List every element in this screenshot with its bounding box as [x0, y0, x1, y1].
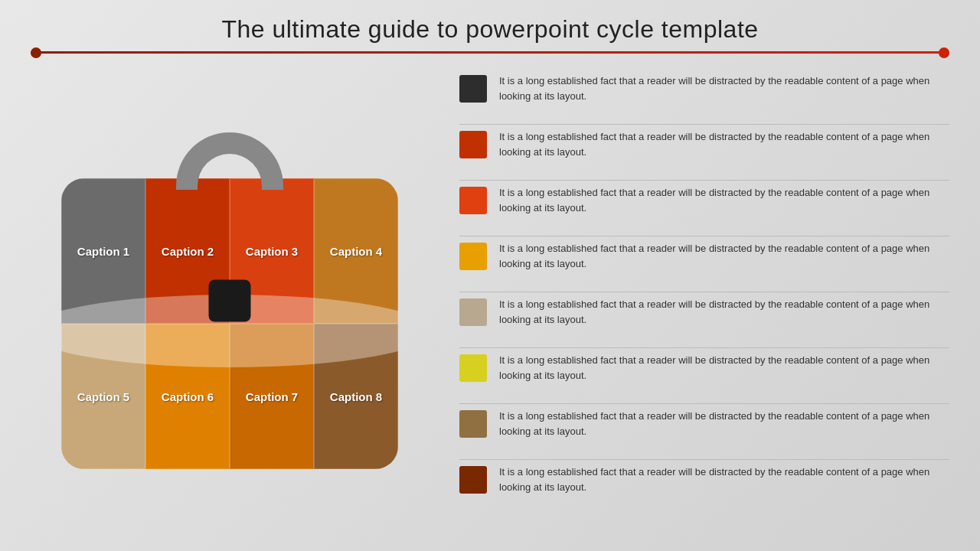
legend-section: It is a long established fact that a rea… — [459, 66, 949, 510]
content-area: Caption 1 Caption 2 Caption 3 Caption 4 — [31, 66, 949, 536]
caption-6-label: Caption 6 — [162, 390, 214, 403]
legend-color-8 — [459, 466, 487, 494]
legend-color-5 — [459, 298, 487, 326]
legend-divider-3 — [459, 236, 949, 236]
legend-item-1: It is a long established fact that a rea… — [459, 73, 949, 119]
legend-item-7: It is a long established fact that a rea… — [459, 409, 949, 455]
page-title: The ultimate guide to powerpoint cycle t… — [31, 15, 949, 44]
caption-5-label: Caption 5 — [77, 390, 129, 403]
legend-text-5: It is a long established fact that a rea… — [499, 297, 949, 327]
legend-item-5: It is a long established fact that a rea… — [459, 297, 949, 343]
legend-divider-1 — [459, 124, 949, 125]
legend-divider-2 — [459, 180, 949, 181]
legend-divider-4 — [459, 292, 949, 292]
cell-8: Caption 8 — [314, 324, 398, 469]
legend-text-6: It is a long established fact that a rea… — [499, 353, 949, 383]
legend-color-4 — [459, 243, 487, 270]
legend-item-6: It is a long established fact that a rea… — [459, 353, 949, 399]
legend-color-3 — [459, 187, 487, 214]
cell-7: Caption 7 — [230, 324, 314, 469]
legend-text-4: It is a long established fact that a rea… — [499, 241, 949, 271]
page: The ultimate guide to powerpoint cycle t… — [0, 0, 980, 551]
cell-5: Caption 5 — [61, 324, 145, 469]
legend-color-2 — [459, 131, 487, 158]
legend-divider-5 — [459, 347, 949, 348]
legend-item-2: It is a long established fact that a rea… — [459, 129, 949, 175]
legend-text-2: It is a long established fact that a rea… — [499, 129, 949, 159]
cell-1: Caption 1 — [61, 178, 145, 324]
caption-8-label: Caption 8 — [330, 390, 382, 403]
briefcase-lock — [209, 280, 251, 322]
legend-color-7 — [459, 410, 487, 438]
briefcase-container: Caption 1 Caption 2 Caption 3 Caption 4 — [54, 132, 406, 469]
briefcase-section: Caption 1 Caption 2 Caption 3 Caption 4 — [31, 66, 429, 536]
legend-item-4: It is a long established fact that a rea… — [459, 241, 949, 287]
legend-color-1 — [459, 75, 487, 103]
legend-item-8: It is a long established fact that a rea… — [459, 465, 949, 510]
legend-item-3: It is a long established fact that a rea… — [459, 185, 949, 231]
cell-4: Caption 4 — [314, 178, 398, 324]
legend-divider-6 — [459, 403, 949, 404]
caption-4-label: Caption 4 — [330, 245, 382, 258]
legend-text-3: It is a long established fact that a rea… — [499, 185, 949, 215]
caption-3-label: Caption 3 — [246, 245, 298, 258]
caption-1-label: Caption 1 — [77, 245, 129, 258]
legend-text-1: It is a long established fact that a rea… — [499, 73, 949, 103]
caption-2-label: Caption 2 — [162, 245, 214, 258]
header-divider — [31, 51, 949, 54]
cell-6: Caption 6 — [145, 324, 230, 469]
briefcase-bottom-row: Caption 5 Caption 6 Caption 7 Caption 8 — [61, 324, 398, 469]
briefcase-handle — [176, 132, 283, 190]
legend-divider-7 — [459, 459, 949, 460]
caption-7-label: Caption 7 — [246, 390, 298, 403]
header: The ultimate guide to powerpoint cycle t… — [31, 15, 949, 44]
legend-text-8: It is a long established fact that a rea… — [499, 465, 949, 494]
legend-color-6 — [459, 354, 487, 382]
briefcase-body: Caption 1 Caption 2 Caption 3 Caption 4 — [61, 178, 398, 469]
legend-text-7: It is a long established fact that a rea… — [499, 409, 949, 439]
